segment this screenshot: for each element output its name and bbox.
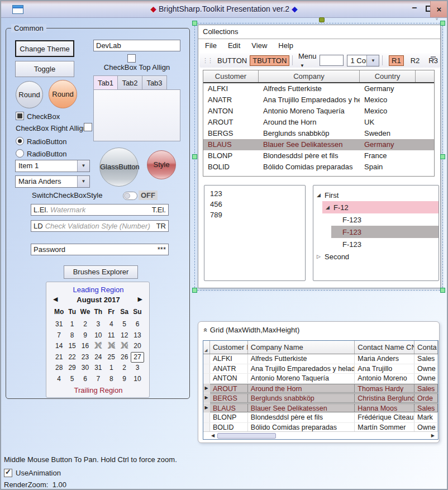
- scroll-left-icon[interactable]: ◀: [211, 433, 215, 438]
- table-row[interactable]: ALFKIAlfreds FutterkisteGermany: [203, 83, 434, 94]
- calendar-day[interactable]: 2: [79, 319, 92, 330]
- menu-item-help[interactable]: Help: [273, 39, 299, 52]
- table-row[interactable]: ▶AROUTAround the HornThomas HardySales: [203, 384, 438, 394]
- column-header[interactable]: Company Name: [248, 341, 355, 354]
- calendar-day[interactable]: 7: [92, 374, 104, 385]
- calendar-day[interactable]: 6: [131, 319, 144, 330]
- calendar-day[interactable]: 22: [65, 352, 78, 363]
- adorner-handle-bottom-right[interactable]: [440, 288, 445, 293]
- row-header[interactable]: [203, 354, 210, 364]
- calendar-day[interactable]: 24: [92, 352, 104, 363]
- calendar-day[interactable]: 25: [105, 352, 118, 363]
- password-box[interactable]: Password ***: [31, 244, 169, 255]
- expander-header[interactable]: « Grid (MaxWidth,MaxHeight): [198, 322, 439, 339]
- toggle-button[interactable]: Toggle: [15, 61, 74, 77]
- collections-title[interactable]: Collections: [198, 25, 440, 39]
- list-item[interactable]: 456: [204, 199, 305, 210]
- toolbar-grip-icon[interactable]: ⋮⋮: [202, 57, 212, 64]
- table-row[interactable]: BLONPBlondesddsl père et filsFrance: [203, 150, 434, 161]
- calendar-day[interactable]: 29: [65, 363, 78, 374]
- item-combobox[interactable]: Item 1 ▼: [15, 160, 90, 172]
- toolbar-button[interactable]: BUTTON: [215, 55, 250, 66]
- table-row[interactable]: ALFKIAlfreds FutterkisteMaria AndersSale…: [203, 354, 438, 364]
- calendar-day[interactable]: 3: [92, 319, 104, 330]
- calendar-day[interactable]: 4: [53, 374, 65, 385]
- horizontal-scrollbar[interactable]: ◀ ▶: [203, 431, 438, 439]
- calendar-month-header[interactable]: August 2017: [46, 296, 150, 304]
- table-row[interactable]: ▶BLAUSBlauer See DelikatessenHanna MoosS…: [203, 403, 438, 413]
- column-header[interactable]: Company: [259, 70, 360, 82]
- customer-combobox[interactable]: Maria Anders ▼: [15, 175, 90, 188]
- calendar-day[interactable]: 6: [79, 374, 92, 385]
- row-header[interactable]: [203, 364, 210, 374]
- menu-item-file[interactable]: File: [199, 39, 222, 52]
- row-header[interactable]: [203, 423, 210, 432]
- toolbar-toggle-button[interactable]: TBUTTON: [250, 55, 289, 66]
- table-row[interactable]: ANTONAntonio Moreno TaqueríaAntonio More…: [203, 374, 438, 384]
- row-header[interactable]: [203, 374, 210, 383]
- adorner-handle-top-left[interactable]: [192, 21, 197, 26]
- tree-item[interactable]: ◢First: [313, 189, 439, 201]
- calendar-day[interactable]: 5: [65, 374, 78, 385]
- column-header[interactable]: Customer ID: [210, 341, 248, 354]
- tree-collapsed-icon[interactable]: ▷: [317, 254, 325, 259]
- calendar-day[interactable]: 3: [131, 363, 144, 374]
- column-header[interactable]: Country: [360, 70, 416, 82]
- change-theme-button[interactable]: Change Theme: [15, 40, 74, 57]
- tab-tab3[interactable]: Tab3: [142, 75, 167, 90]
- calendar-day[interactable]: 8: [105, 374, 118, 385]
- scrollbar-thumb[interactable]: [217, 433, 276, 439]
- switch-checkbox[interactable]: [123, 192, 137, 200]
- calendar-day[interactable]: 4: [105, 319, 118, 330]
- chevron-down-icon[interactable]: ▼: [77, 176, 89, 187]
- calendar-day[interactable]: 23: [79, 352, 92, 363]
- table-row[interactable]: BERGSBerglunds snabbköpSweden: [203, 128, 434, 139]
- calendar-day[interactable]: 5: [118, 319, 131, 330]
- top-align-checkbox[interactable]: [127, 54, 136, 63]
- calendar-day[interactable]: 13: [131, 330, 144, 341]
- tree-item[interactable]: F-123: [313, 213, 439, 226]
- round-button-orange[interactable]: Round: [49, 80, 77, 108]
- table-row[interactable]: BOLIDBólido Comidas preparadasSpain: [203, 161, 434, 173]
- calendar-day[interactable]: 19X: [118, 341, 131, 352]
- adorner-handle-bottom-left[interactable]: [192, 288, 197, 293]
- calendar-day[interactable]: 26: [118, 352, 131, 363]
- title-bar[interactable]: ◆ BrightSharp.Toolkit Presentation ver.2…: [1, 1, 447, 18]
- tree-item[interactable]: F-123: [331, 226, 439, 238]
- right-align-checkbox[interactable]: [84, 123, 92, 131]
- calendar-day[interactable]: 28: [53, 363, 65, 374]
- tree-expanded-icon[interactable]: ◢: [326, 204, 333, 210]
- collapse-icon[interactable]: «: [202, 328, 210, 332]
- tab-tab2[interactable]: Tab2: [118, 75, 142, 90]
- calendar-day[interactable]: 1: [65, 319, 78, 330]
- adorner-handle-left[interactable]: [192, 154, 197, 159]
- watermark-textbox[interactable]: L.El. Watermark T.El.: [31, 204, 169, 216]
- table-row[interactable]: AROUTAround the HornUK: [203, 117, 434, 128]
- calendar-day[interactable]: 21: [53, 352, 65, 363]
- adorner-handle-right[interactable]: [440, 154, 445, 159]
- toolbar-combobox[interactable]: 1 Com ▼: [347, 55, 379, 66]
- calendar-day[interactable]: 30: [79, 363, 92, 374]
- radio-button-2[interactable]: [16, 149, 24, 158]
- list-item[interactable]: 789: [204, 210, 305, 220]
- table-row[interactable]: BLONPBlondesddsl père et filsFrédérique …: [203, 413, 438, 423]
- chevron-down-icon[interactable]: ▼: [77, 160, 89, 172]
- menu-item-edit[interactable]: Edit: [222, 39, 246, 52]
- tab-tab1[interactable]: Tab1: [93, 75, 118, 90]
- checkbox[interactable]: [16, 112, 24, 120]
- table-row[interactable]: ANATRAna Trujillo Emparedados y heladosA…: [203, 364, 438, 374]
- calendar-day[interactable]: 31: [92, 363, 104, 374]
- table-row[interactable]: ANTONAntonio Moreno TaqueríaMexico: [203, 106, 434, 117]
- calendar-day[interactable]: 10: [131, 374, 144, 385]
- row-header-marker-icon[interactable]: ▶: [203, 393, 210, 403]
- toolbar-textbox[interactable]: [320, 55, 344, 66]
- calendar-day[interactable]: 31: [53, 319, 65, 330]
- calendar-day[interactable]: 14: [53, 341, 65, 352]
- calendar-day[interactable]: 20: [131, 341, 144, 352]
- row-header-marker-icon[interactable]: ▶: [203, 384, 210, 393]
- calendar-day[interactable]: 9: [118, 374, 131, 385]
- minimize-button[interactable]: –: [408, 2, 421, 16]
- calendar-day[interactable]: 12: [118, 330, 131, 341]
- toolbar-menu-button[interactable]: Menu ▼: [296, 51, 320, 70]
- toolbar-radio-r1[interactable]: R1: [389, 55, 404, 66]
